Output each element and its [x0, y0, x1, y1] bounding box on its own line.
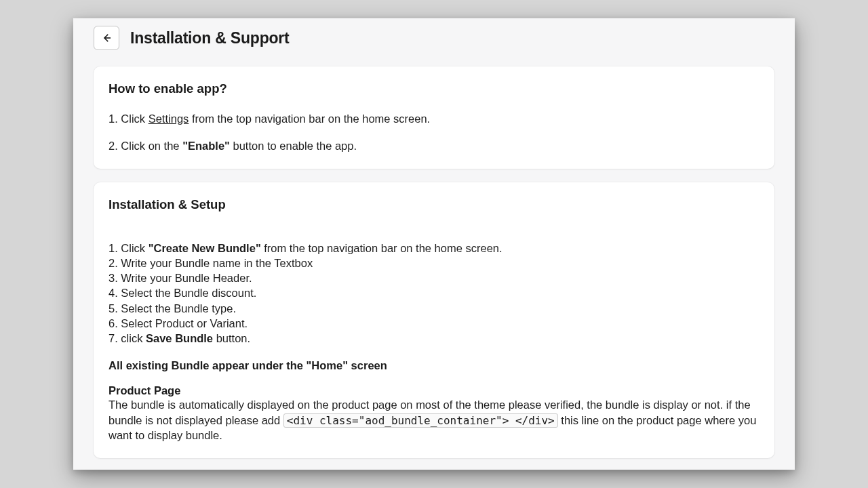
list-item: 7. click Save Bundle button.: [108, 331, 760, 346]
code-snippet: <div class="aod_bundle_container"> </div…: [283, 413, 558, 428]
arrow-left-icon: [100, 32, 113, 44]
step-text: 1. Click: [108, 113, 149, 125]
step-text: 2. Click on the: [108, 140, 182, 152]
product-page-heading: Product Page: [108, 384, 760, 397]
step-text: button to enable the app.: [230, 140, 357, 152]
enable-label: "Enable": [182, 140, 230, 152]
step-text: from the top navigation bar on the home …: [189, 113, 430, 125]
step-line: 2. Click on the "Enable" button to enabl…: [108, 138, 760, 153]
step-text: from the top navigation bar on the home …: [261, 242, 502, 254]
product-page-description: The bundle is automatically displayed on…: [108, 397, 760, 443]
step-text: 7. click: [108, 332, 146, 344]
page-header: Installation & Support: [73, 18, 795, 56]
list-item: 5. Select the Bundle type.: [108, 301, 760, 316]
list-item: 3. Write your Bundle Header.: [108, 270, 760, 285]
list-item: 6. Select Product or Variant.: [108, 316, 760, 331]
card-heading: How to enable app?: [108, 81, 760, 96]
create-bundle-label: "Create New Bundle": [149, 242, 261, 254]
setup-steps-list: 1. Click "Create New Bundle" from the to…: [108, 241, 760, 346]
page-title: Installation & Support: [130, 29, 290, 47]
settings-link[interactable]: Settings: [149, 113, 189, 125]
card-heading: Installation & Setup: [108, 197, 760, 212]
step-text: button.: [213, 332, 250, 344]
save-bundle-label: Save Bundle: [146, 332, 213, 344]
installation-setup-card: Installation & Setup 1. Click "Create Ne…: [94, 182, 774, 458]
list-item: 2. Write your Bundle name in the Textbox: [108, 256, 760, 270]
step-line: 1. Click Settings from the top navigatio…: [108, 111, 760, 126]
list-item: 1. Click "Create New Bundle" from the to…: [108, 241, 760, 256]
page-content: How to enable app? 1. Click Settings fro…: [73, 66, 795, 470]
enable-app-card: How to enable app? 1. Click Settings fro…: [94, 66, 774, 169]
step-text: 1. Click: [108, 242, 149, 254]
back-button[interactable]: [94, 26, 119, 50]
list-item: 4. Select the Bundle discount.: [108, 285, 760, 300]
home-screen-note: All existing Bundle appear under the "Ho…: [108, 359, 760, 372]
app-window: Installation & Support How to enable app…: [73, 18, 795, 470]
